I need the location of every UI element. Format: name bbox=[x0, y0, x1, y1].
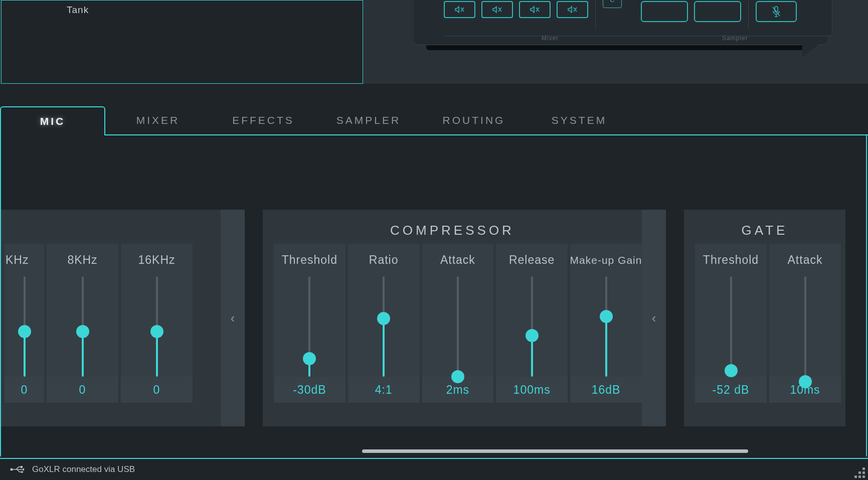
slider-label: Attack bbox=[769, 244, 841, 276]
tab-effects[interactable]: EFFECTS bbox=[211, 106, 316, 135]
slider-knob[interactable] bbox=[600, 310, 613, 323]
slider-label: Threshold bbox=[695, 244, 767, 276]
slider-track[interactable] bbox=[730, 276, 732, 377]
eq-slider-value: 0 bbox=[121, 377, 193, 403]
slider-value: -52 dB bbox=[695, 377, 767, 403]
slider-value: 100ms bbox=[496, 377, 568, 403]
slider-knob[interactable] bbox=[150, 325, 163, 338]
slider-label: Attack bbox=[422, 244, 494, 276]
slider-value: 4:1 bbox=[348, 377, 420, 403]
hw-sampler-label: Sampler bbox=[722, 35, 748, 42]
horizontal-scrollbar[interactable] bbox=[1, 449, 866, 453]
slider-label: Release bbox=[496, 244, 568, 276]
compressor-title: COMPRESSOR bbox=[263, 210, 642, 244]
slider-value: 16dB bbox=[570, 377, 642, 403]
resize-grip[interactable] bbox=[853, 466, 865, 478]
mic-group bbox=[756, 0, 797, 36]
chevron-left-icon: ‹ bbox=[231, 310, 235, 326]
slider-knob[interactable] bbox=[725, 364, 738, 377]
chevron-left-icon: ‹ bbox=[652, 310, 656, 326]
profile-item[interactable]: Tank bbox=[27, 3, 189, 18]
scrollbar-thumb[interactable] bbox=[362, 449, 748, 453]
eq-slider-track[interactable] bbox=[156, 276, 158, 377]
slider-label: Make-up Gain bbox=[570, 244, 642, 276]
eq-slider-khz: KHz 0 bbox=[5, 244, 44, 403]
slider-label: Ratio bbox=[348, 244, 420, 276]
status-bar: GoXLR connected via USB bbox=[0, 458, 868, 480]
slider-track[interactable] bbox=[605, 276, 607, 377]
sampler-group: C bbox=[603, 0, 741, 36]
tab-mixer[interactable]: MIXER bbox=[105, 106, 211, 135]
svg-point-3 bbox=[21, 471, 23, 473]
eq-slider-16khz: 16KHz 0 bbox=[121, 244, 193, 403]
slider-knob[interactable] bbox=[303, 352, 316, 365]
tab-bar: MIC MIXER EFFECTS SAMPLER ROUTING SYSTEM bbox=[0, 106, 868, 135]
slider-knob[interactable] bbox=[76, 325, 89, 338]
compressor-slider-makeup: Make-up Gain 16dB bbox=[570, 244, 642, 403]
slider-knob[interactable] bbox=[526, 329, 539, 342]
usb-icon bbox=[10, 465, 23, 474]
slider-track[interactable] bbox=[457, 276, 459, 377]
compressor-panel: COMPRESSOR Threshold -30dB Ratio 4:1 Att… bbox=[263, 210, 642, 426]
tab-mic[interactable]: MIC bbox=[0, 106, 105, 135]
slider-track[interactable] bbox=[804, 276, 806, 377]
eq-slider-label: KHz bbox=[5, 244, 44, 276]
compressor-collapse-handle[interactable]: ‹ bbox=[642, 210, 666, 426]
eq-slider-value: 0 bbox=[5, 377, 44, 403]
mic-mute-button[interactable] bbox=[756, 1, 797, 22]
eq-slider-label: 8KHz bbox=[47, 244, 118, 276]
mute-button-2[interactable] bbox=[481, 1, 513, 18]
hw-mixer-label: Mixer bbox=[542, 35, 559, 42]
slider-label: Threshold bbox=[274, 244, 345, 276]
slider-track[interactable] bbox=[383, 276, 385, 377]
hardware-panel: C Mixer Sampler bbox=[396, 0, 847, 58]
mixer-mute-group bbox=[444, 0, 588, 36]
slider-knob[interactable] bbox=[451, 370, 464, 383]
compressor-slider-ratio: Ratio 4:1 bbox=[348, 244, 420, 403]
compressor-slider-attack: Attack 2ms bbox=[422, 244, 494, 403]
sample-pad-1[interactable] bbox=[641, 1, 688, 22]
top-region: Tank bbox=[0, 0, 868, 84]
mute-button-1[interactable] bbox=[444, 1, 475, 18]
tab-sampler[interactable]: SAMPLER bbox=[316, 106, 421, 135]
gate-title: GATE bbox=[684, 210, 845, 244]
eq-slider-track[interactable] bbox=[24, 276, 26, 377]
tab-system[interactable]: SYSTEM bbox=[527, 106, 632, 135]
eq-title bbox=[1, 210, 221, 244]
slider-knob[interactable] bbox=[799, 375, 812, 388]
eq-collapse-handle[interactable]: ‹ bbox=[221, 210, 245, 426]
eq-panel: KHz 0 8KHz 0 16KHz 0 bbox=[1, 210, 221, 426]
gate-slider-threshold: Threshold -52 dB bbox=[695, 244, 767, 403]
eq-slider-value: 0 bbox=[47, 377, 118, 403]
eq-slider-track[interactable] bbox=[82, 276, 84, 377]
bank-button-c[interactable]: C bbox=[603, 0, 622, 8]
eq-slider-8khz: 8KHz 0 bbox=[47, 244, 118, 403]
slider-knob[interactable] bbox=[377, 312, 390, 325]
status-text: GoXLR connected via USB bbox=[32, 464, 135, 474]
mute-button-3[interactable] bbox=[519, 1, 551, 18]
gate-panel: GATE Threshold -52 dB Attack 10ms bbox=[684, 210, 845, 426]
eq-slider-label: 16KHz bbox=[121, 244, 193, 276]
slider-value: -30dB bbox=[274, 377, 345, 403]
sample-pad-2[interactable] bbox=[694, 1, 741, 22]
slider-track[interactable] bbox=[308, 276, 310, 377]
profile-list: Tank bbox=[1, 0, 363, 84]
compressor-slider-release: Release 100ms bbox=[496, 244, 568, 403]
mute-button-4[interactable] bbox=[557, 1, 588, 18]
mic-content: KHz 0 8KHz 0 16KHz 0 ‹ COMP bbox=[0, 135, 867, 456]
tab-routing[interactable]: ROUTING bbox=[421, 106, 527, 135]
compressor-slider-threshold: Threshold -30dB bbox=[274, 244, 345, 403]
gate-slider-attack: Attack 10ms bbox=[769, 244, 841, 403]
slider-track[interactable] bbox=[531, 276, 533, 377]
slider-knob[interactable] bbox=[18, 325, 31, 338]
svg-rect-2 bbox=[21, 466, 23, 468]
